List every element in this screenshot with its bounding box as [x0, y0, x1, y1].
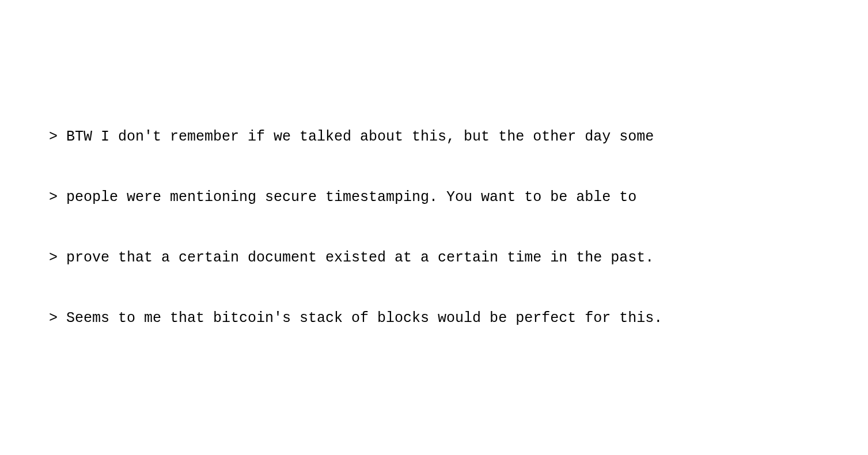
reply-text-block: Indeed, Bitcoin is a distributed secure … [35, 438, 833, 455]
quoted-text-block: > BTW I don't remember if we talked abou… [35, 86, 833, 369]
quoted-line: > BTW I don't remember if we talked abou… [49, 127, 833, 147]
quoted-line: > prove that a certain document existed … [49, 248, 833, 268]
upper-page-section: > BTW I don't remember if we talked abou… [0, 0, 868, 455]
quoted-line: > people were mentioning secure timestam… [49, 187, 833, 207]
quoted-line: > Seems to me that bitcoin's stack of bl… [49, 308, 833, 328]
